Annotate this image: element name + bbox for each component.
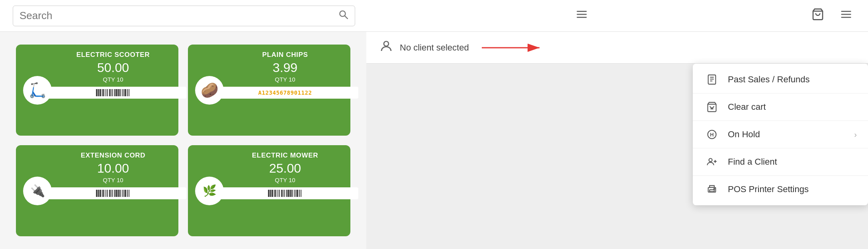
divider	[693, 175, 868, 176]
barcode-extension-cord	[40, 187, 186, 199]
search-bar	[13, 6, 355, 26]
product-card-electric-mower[interactable]: 🌿 ELECTRIC MOWER 25.00 QTY 10	[188, 145, 350, 236]
past-sales-label: Past Sales / Refunds	[728, 74, 857, 85]
dropdown-menu: Past Sales / Refunds Clear cart	[693, 64, 868, 205]
receipt-icon	[704, 74, 720, 85]
product-qty-extension-cord: QTY 10	[40, 177, 186, 183]
menu-item-clear-cart[interactable]: Clear cart	[693, 94, 868, 120]
search-input[interactable]	[20, 10, 338, 22]
product-image-electric-mower: 🌿	[195, 177, 224, 205]
menu-item-find-client[interactable]: Find a Client	[693, 149, 868, 175]
client-avatar-icon	[379, 39, 393, 56]
product-price-electric-scooter: 50.00	[40, 60, 186, 75]
barcode-lines	[268, 190, 303, 197]
on-hold-icon: H	[704, 129, 720, 140]
product-info-electric-scooter: ELECTRIC SCOOTER 50.00 QTY 10	[40, 51, 186, 130]
on-hold-label: On Hold	[728, 129, 846, 140]
product-qty-plain-chips: QTY 10	[212, 76, 358, 83]
barcode-plain-chips: A12345678901122	[212, 87, 358, 99]
svg-rect-24	[710, 190, 714, 192]
clear-cart-icon	[704, 101, 720, 113]
pos-printer-icon	[704, 184, 720, 195]
no-client-label: No client selected	[400, 43, 469, 53]
svg-line-1	[345, 16, 348, 19]
product-info-plain-chips: PLAIN CHIPS 3.99 QTY 10 A12345678901122	[212, 51, 358, 130]
divider	[693, 148, 868, 148]
product-image-plain-chips: 🥔	[195, 76, 224, 105]
product-info-extension-cord: EXTENSION CORD 10.00 QTY 10	[40, 152, 186, 231]
top-menu-icon[interactable]	[573, 5, 591, 26]
product-qty-electric-mower: QTY 10	[212, 177, 358, 183]
right-panel: No client selected	[366, 32, 868, 249]
barcode-electric-mower	[212, 187, 358, 199]
red-arrow	[482, 41, 545, 55]
product-name-electric-mower: ELECTRIC MOWER	[212, 152, 358, 160]
product-image-extension-cord: 🔌	[23, 177, 52, 205]
product-name-extension-cord: EXTENSION CORD	[40, 152, 186, 160]
search-button[interactable]	[338, 9, 348, 22]
menu-item-on-hold[interactable]: H On Hold ›	[693, 122, 868, 147]
barcode-electric-scooter	[40, 87, 186, 99]
barcode-lines	[96, 190, 131, 197]
svg-point-20	[709, 158, 712, 161]
cart-icon[interactable]	[808, 5, 827, 27]
client-bar: No client selected	[366, 32, 868, 64]
product-price-extension-cord: 10.00	[40, 161, 186, 176]
find-client-label: Find a Client	[728, 157, 857, 167]
svg-rect-12	[708, 75, 716, 84]
chevron-right-icon: ›	[854, 130, 857, 139]
svg-text:H: H	[710, 132, 714, 138]
products-grid: 🛴 ELECTRIC SCOOTER 50.00 QTY 10 🥔 PLAIN …	[0, 32, 366, 249]
menu-item-past-sales[interactable]: Past Sales / Refunds	[693, 67, 868, 92]
menu-item-pos-printer[interactable]: POS Printer Settings	[693, 177, 868, 202]
product-card-extension-cord[interactable]: 🔌 EXTENSION CORD 10.00 QTY 10	[16, 145, 178, 236]
svg-point-9	[384, 41, 389, 46]
product-qty-electric-scooter: QTY 10	[40, 76, 186, 83]
barcode-text-plain-chips: A12345678901122	[258, 89, 312, 96]
find-client-icon	[704, 156, 720, 167]
pos-printer-label: POS Printer Settings	[728, 184, 857, 195]
svg-point-25	[714, 189, 715, 189]
product-card-plain-chips[interactable]: 🥔 PLAIN CHIPS 3.99 QTY 10 A1234567890112…	[188, 45, 350, 136]
product-price-plain-chips: 3.99	[212, 60, 358, 75]
divider	[693, 93, 868, 93]
product-info-electric-mower: ELECTRIC MOWER 25.00 QTY 10	[212, 152, 358, 231]
product-card-electric-scooter[interactable]: 🛴 ELECTRIC SCOOTER 50.00 QTY 10	[16, 45, 178, 136]
divider	[693, 121, 868, 121]
barcode-lines	[96, 89, 131, 96]
product-price-electric-mower: 25.00	[212, 161, 358, 176]
hamburger-icon[interactable]	[837, 5, 855, 26]
product-name-plain-chips: PLAIN CHIPS	[212, 51, 358, 59]
product-image-electric-scooter: 🛴	[23, 76, 52, 105]
clear-cart-label: Clear cart	[728, 102, 857, 112]
main-content: 🛴 ELECTRIC SCOOTER 50.00 QTY 10 🥔 PLAIN …	[0, 32, 868, 249]
header	[0, 0, 868, 32]
product-name-electric-scooter: ELECTRIC SCOOTER	[40, 51, 186, 59]
